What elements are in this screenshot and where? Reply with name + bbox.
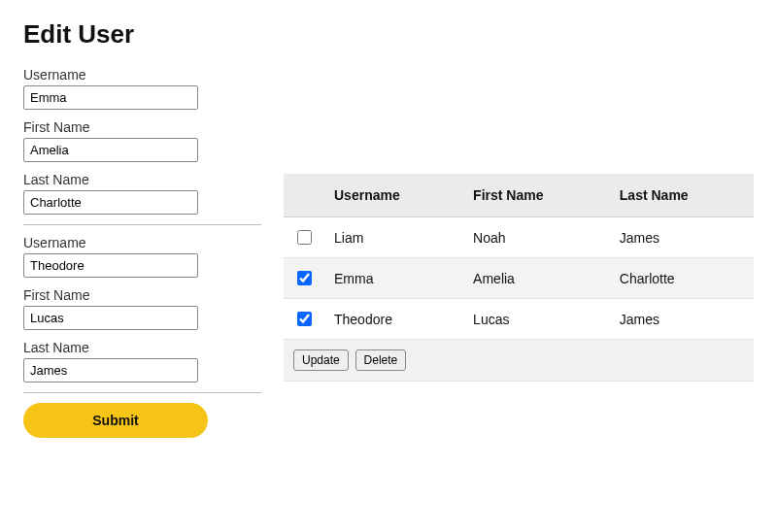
user-table-container: Username First Name Last Name Liam Noah … <box>284 67 754 382</box>
cell-firstname: Lucas <box>463 299 610 340</box>
submit-button[interactable]: Submit <box>23 403 208 438</box>
update-button[interactable]: Update <box>293 349 349 371</box>
form-group-username: Username <box>23 67 256 110</box>
delete-button[interactable]: Delete <box>355 349 407 371</box>
page-title: Edit User <box>23 19 754 50</box>
form-divider <box>23 392 261 393</box>
table-row: Liam Noah James <box>284 217 754 258</box>
table-row: Emma Amelia Charlotte <box>284 258 754 299</box>
cell-username: Liam <box>324 217 463 258</box>
header-checkbox-col <box>284 174 324 217</box>
edit-form: Username First Name Last Name Username F… <box>23 67 256 438</box>
lastname-label: Last Name <box>23 172 256 187</box>
header-firstname: First Name <box>463 174 610 217</box>
form-group-lastname: Last Name <box>23 340 256 382</box>
cell-lastname: James <box>610 299 754 340</box>
form-group-username: Username <box>23 235 256 278</box>
row-checkbox[interactable] <box>297 271 312 285</box>
cell-lastname: James <box>610 217 754 258</box>
lastname-label: Last Name <box>23 340 256 355</box>
cell-firstname: Noah <box>463 217 610 258</box>
cell-lastname: Charlotte <box>610 258 754 299</box>
form-group-firstname: First Name <box>23 287 256 330</box>
main-layout: Username First Name Last Name Username F… <box>23 67 754 438</box>
user-table: Username First Name Last Name Liam Noah … <box>284 174 754 382</box>
form-divider <box>23 224 261 225</box>
cell-firstname: Amelia <box>463 258 610 299</box>
form-group-lastname: Last Name <box>23 172 256 215</box>
row-checkbox[interactable] <box>297 312 312 326</box>
firstname-input[interactable] <box>23 138 198 162</box>
username-label: Username <box>23 67 256 83</box>
lastname-input[interactable] <box>23 358 198 382</box>
cell-username: Theodore <box>324 299 463 340</box>
firstname-label: First Name <box>23 287 256 303</box>
cell-username: Emma <box>324 258 463 299</box>
header-lastname: Last Name <box>610 174 754 217</box>
username-label: Username <box>23 235 256 250</box>
table-action-row: Update Delete <box>284 340 754 382</box>
row-checkbox[interactable] <box>297 230 312 245</box>
firstname-label: First Name <box>23 119 256 135</box>
firstname-input[interactable] <box>23 306 198 330</box>
table-row: Theodore Lucas James <box>284 299 754 340</box>
table-header-row: Username First Name Last Name <box>284 174 754 217</box>
username-input[interactable] <box>23 253 198 278</box>
username-input[interactable] <box>23 85 198 110</box>
lastname-input[interactable] <box>23 190 198 215</box>
header-username: Username <box>324 174 463 217</box>
form-group-firstname: First Name <box>23 119 256 162</box>
